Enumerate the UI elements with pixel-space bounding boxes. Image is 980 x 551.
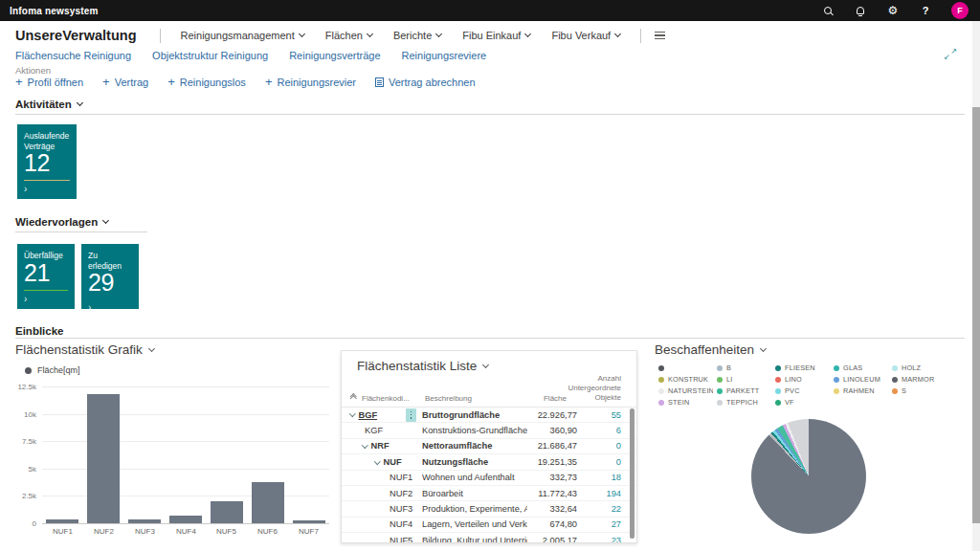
cell-count-link[interactable]: 194 — [577, 489, 621, 498]
x-axis-tick: NUF2 — [83, 527, 124, 536]
chevron-down-icon — [614, 31, 621, 37]
cell-count-link[interactable]: 27 — [577, 519, 621, 529]
cell-code: NUF5 — [342, 536, 422, 542]
cell-code: NRF — [342, 441, 422, 451]
pie-legend-item-lino: LINO — [775, 375, 830, 384]
quicklink-reinigungsreviere[interactable]: Reinigungsreviere — [402, 50, 487, 61]
table-scrollbar[interactable] — [630, 408, 635, 539]
pie-panel-title[interactable]: Beschaffenheiten — [655, 342, 970, 357]
table-row-nrf[interactable]: NRFNettoraumfläche21.686,470 — [342, 439, 636, 454]
chart-panel-title[interactable]: Flächenstatistik Grafik — [15, 342, 333, 357]
legend-label: LINO — [785, 375, 802, 384]
table-row-nuf4[interactable]: NUF4Lagern, Verteilen und Verkaufen674,8… — [342, 518, 636, 533]
legend-dot — [892, 377, 898, 383]
gridline — [42, 523, 329, 524]
chevron-down-icon[interactable] — [349, 411, 355, 417]
chevron-down-icon[interactable] — [374, 458, 380, 464]
divider — [640, 29, 641, 43]
row-context-menu-button[interactable] — [406, 408, 416, 422]
legend-dot — [775, 388, 781, 394]
pie-legend-item-b: B — [717, 364, 771, 372]
list-panel-title[interactable]: Flächenstatistik Liste — [357, 359, 488, 373]
user-avatar[interactable]: F — [951, 2, 969, 19]
expand-page-icon[interactable]: ↗↙ — [944, 48, 957, 61]
x-axis-tick: NUF1 — [42, 527, 83, 536]
nav-menu-fibu-verkauf[interactable]: Fibu Verkauf — [551, 30, 620, 41]
chevron-down-icon[interactable] — [362, 442, 368, 448]
pie-legend-item-stein: STEIN — [658, 398, 713, 407]
chevron-down-icon — [77, 99, 83, 106]
cell-description: Nutzungsfläche — [422, 457, 527, 467]
x-axis-tick: NUF6 — [247, 527, 288, 536]
column-header-count[interactable]: AnzahlUntergeordneteObjekte — [554, 374, 621, 403]
table-row-nuf2[interactable]: NUF2Büroarbeit11.772,43194 — [342, 486, 636, 501]
pie-legend-item — [658, 364, 713, 372]
nav-menu-flächen[interactable]: Flächen — [325, 30, 372, 41]
quicklink-reinigungsverträge[interactable]: Reinigungsverträge — [289, 50, 380, 61]
collapse-all-icon[interactable] — [349, 394, 357, 402]
chevron-down-icon — [435, 31, 442, 37]
section-insights-title: Einblicke — [15, 325, 64, 337]
action-profil-öffnen[interactable]: +Profil öffnen — [15, 77, 83, 88]
help-icon[interactable]: ? — [919, 4, 932, 17]
table-row-nuf3[interactable]: NUF3Produktion, Experimente, Arbeit332,6… — [342, 501, 636, 517]
chevron-down-icon — [367, 31, 373, 37]
chevron-down-icon — [299, 31, 305, 37]
cue-tile-21[interactable]: Überfällige21› — [17, 244, 75, 309]
nav-menu-reinigungsmanagement[interactable]: Reinigungsmanagement — [181, 30, 304, 41]
column-header-description[interactable]: Beschreibung — [425, 394, 472, 403]
action-bar: +Profil öffnen+Vertrag+Reinigungslos+Rei… — [15, 77, 476, 88]
page-scrollbar-track[interactable] — [972, 21, 980, 551]
legend-dot — [717, 365, 723, 371]
code-value: NUF2 — [390, 489, 412, 498]
cell-count-link[interactable]: 23 — [577, 536, 621, 542]
section-reminders-header[interactable]: Wiedervorlagen — [15, 216, 108, 228]
more-menu-icon[interactable] — [655, 32, 665, 39]
action-vertrag[interactable]: +Vertrag — [102, 77, 148, 88]
legend-dot — [834, 388, 839, 394]
pie-legend-item-glas: GLAS — [834, 364, 888, 372]
quicklink-flächensuche-reinigung[interactable]: Flächensuche Reinigung — [15, 50, 131, 61]
legend-label: S — [902, 386, 906, 395]
column-header-code[interactable]: Flächenkodi... — [362, 394, 410, 403]
menu-label: Fibu Verkauf — [551, 30, 611, 41]
quicklink-objektstruktur-reinigung[interactable]: Objektstruktur Reinigung — [152, 50, 268, 61]
section-activities-header[interactable]: Aktivitäten — [15, 99, 82, 110]
table-row-nuf[interactable]: NUFNutzungsfläche19.251,350 — [342, 454, 636, 470]
cell-count-link[interactable]: 0 — [577, 457, 621, 467]
pie-legend-item-li: LI — [717, 375, 771, 384]
table-row-nuf5[interactable]: NUF5Bildung, Kultur und Unterricht2.005,… — [342, 533, 636, 542]
cue-tile-29[interactable]: Zu erledigen29› — [81, 244, 139, 309]
search-icon[interactable] — [821, 4, 835, 17]
cell-code: NUF — [342, 457, 422, 467]
pie-legend-item-marmor: MARMOR — [892, 375, 947, 384]
notifications-icon[interactable] — [854, 4, 867, 17]
pie-title: Beschaffenheiten — [655, 342, 754, 357]
settings-gear-icon[interactable]: ⚙ — [886, 4, 900, 17]
page-scrollbar-thumb[interactable] — [972, 107, 980, 523]
cell-count-link[interactable]: 55 — [577, 410, 621, 420]
role-center-title[interactable]: UnsereVerwaltung — [15, 28, 137, 43]
legend-dot — [658, 365, 664, 371]
cell-description: Produktion, Experimente, Arbeit — [422, 504, 527, 514]
cell-count-link[interactable]: 0 — [577, 441, 621, 451]
action-reinigungsrevier[interactable]: +Reinigungsrevier — [265, 77, 356, 88]
cell-code: NUF1 — [342, 473, 422, 482]
table-row-kgf[interactable]: KGFKonstruktions-Grundfläche360,906 — [342, 423, 636, 438]
divider — [15, 338, 965, 339]
table-row-bgf[interactable]: BGFBruttogrundfläche22.926,7755 — [342, 408, 636, 423]
action-label: Reinigungslos — [180, 77, 246, 88]
cell-count-link[interactable]: 22 — [577, 504, 621, 514]
nav-menu-fibu-einkauf[interactable]: Fibu Einkauf — [462, 30, 530, 41]
cell-code: NUF2 — [342, 489, 422, 498]
action-label: Profil öffnen — [28, 77, 84, 88]
cell-count-link[interactable]: 6 — [577, 426, 621, 435]
action-reinigungslos[interactable]: +Reinigungslos — [167, 77, 246, 88]
action-vertrag-abrechnen[interactable]: Vertrag abrechnen — [375, 77, 476, 88]
cell-count-link[interactable]: 18 — [577, 473, 621, 482]
nav-menu-berichte[interactable]: Berichte — [393, 30, 441, 41]
legend-dot — [717, 377, 723, 383]
table-row-nuf1[interactable]: NUF1Wohnen und Aufenthalt332,7318 — [342, 471, 636, 486]
cue-tile-12[interactable]: Auslaufende Verträge12› — [17, 124, 77, 199]
cell-description: Bruttogrundfläche — [422, 410, 527, 420]
